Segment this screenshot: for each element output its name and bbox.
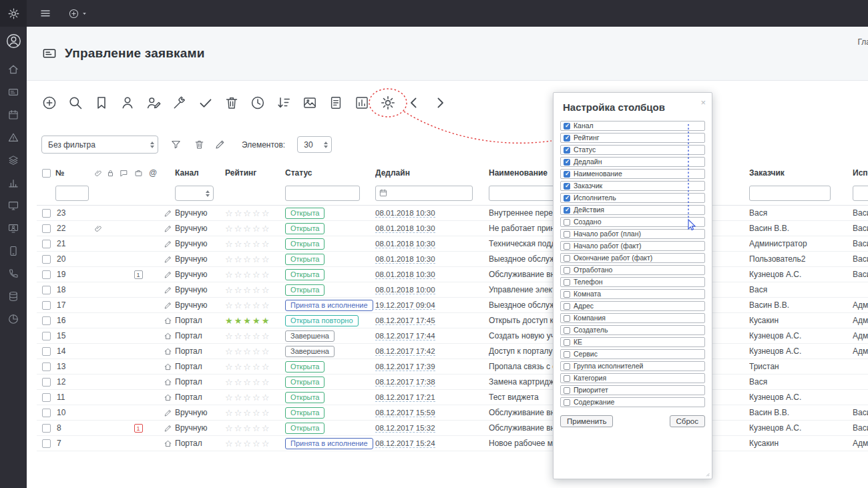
column-toggle-item[interactable]: Адрес (560, 301, 705, 311)
column-toggle-item[interactable]: Приоритет (560, 385, 705, 395)
column-checkbox[interactable] (564, 279, 570, 286)
row-checkbox[interactable] (42, 224, 51, 233)
apply-button[interactable]: Применить (560, 415, 613, 427)
request-row[interactable]: 17Вручную☆☆☆☆☆Принята в исполнение19.12.… (37, 298, 868, 313)
sidebar-reports-button[interactable] (7, 177, 19, 189)
sidebar-avatar[interactable] (5, 33, 22, 49)
rating-stars[interactable]: ☆☆☆☆☆ (225, 346, 285, 356)
toolbar-add-button[interactable] (41, 95, 57, 111)
hamburger-menu-button[interactable] (39, 7, 51, 19)
toolbar-tools-button[interactable] (172, 95, 188, 111)
column-checkbox[interactable] (564, 231, 570, 238)
deadline-link[interactable]: 19.12.2017 09:04 (375, 301, 435, 310)
toolbar-search-button[interactable] (67, 95, 83, 111)
column-toggle-item[interactable]: Рейтинг (560, 133, 705, 143)
row-checkbox[interactable] (42, 240, 51, 248)
rating-stars[interactable]: ☆☆☆☆☆ (225, 239, 285, 249)
row-checkbox[interactable] (42, 393, 51, 402)
status-badge[interactable]: Открыта (285, 238, 324, 250)
column-checkbox[interactable] (564, 363, 570, 370)
row-checkbox[interactable] (42, 209, 51, 218)
edit-filter-icon[interactable] (214, 139, 226, 150)
column-toggle-item[interactable]: Заказчик (560, 181, 705, 191)
request-row[interactable]: 23Вручную☆☆☆☆☆Открыта08.01.2018 10:30Вну… (37, 206, 868, 221)
status-badge[interactable]: Открыта (285, 423, 324, 434)
rating-stars[interactable]: ☆☆☆☆☆ (225, 300, 285, 310)
deadline-link[interactable]: 08.01.2018 10:30 (375, 255, 435, 264)
deadline-link[interactable]: 08.01.2018 10:30 (375, 209, 435, 218)
column-toggle-item[interactable]: Сервис (560, 349, 705, 359)
row-checkbox[interactable] (42, 409, 51, 417)
column-header-number[interactable]: № (55, 168, 92, 178)
sidebar-desktop-button[interactable] (7, 200, 19, 212)
column-checkbox[interactable] (564, 243, 570, 250)
column-checkbox[interactable] (564, 315, 570, 322)
row-checkbox[interactable] (42, 439, 51, 448)
column-toggle-item[interactable]: Содержание (560, 397, 705, 407)
rating-stars[interactable]: ☆☆☆☆☆ (225, 208, 285, 218)
status-badge[interactable]: Открыта (285, 269, 324, 280)
column-checkbox[interactable] (564, 255, 570, 262)
rating-stars[interactable]: ☆☆☆☆☆ (225, 408, 285, 418)
column-toggle-item[interactable]: Отработано (560, 265, 705, 275)
status-badge[interactable]: Завершена (285, 346, 335, 357)
deadline-link[interactable]: 08.12.2017 17:21 (375, 393, 435, 402)
column-checkbox[interactable] (564, 171, 570, 178)
deadline-link[interactable]: 08.12.2017 17:44 (375, 332, 435, 340)
status-badge[interactable]: Завершена (285, 330, 335, 342)
column-toggle-item[interactable]: Статус (560, 145, 705, 155)
status-badge[interactable]: Открыта повторно (285, 315, 359, 326)
column-toggle-item[interactable]: Канал (560, 121, 705, 131)
sidebar-database-button[interactable] (7, 290, 19, 302)
sidebar-dashboard-button[interactable] (7, 313, 19, 325)
column-toggle-item[interactable]: Начало работ (план) (560, 229, 705, 239)
select-all-checkbox[interactable] (42, 169, 51, 178)
toolbar-user-button[interactable] (120, 95, 136, 111)
column-header-channel[interactable]: Канал (175, 168, 225, 178)
column-toggle-item[interactable]: Окончание работ (факт) (560, 253, 705, 263)
row-checkbox[interactable] (42, 270, 51, 279)
toolbar-report-button[interactable] (354, 95, 370, 111)
request-row[interactable]: 20Вручную☆☆☆☆☆Открыта08.01.2018 10:30Вые… (37, 252, 868, 267)
deadline-link[interactable]: 08.12.2017 17:45 (375, 316, 435, 325)
rating-stars[interactable]: ☆☆☆☆☆ (225, 377, 285, 387)
row-checkbox[interactable] (42, 424, 51, 433)
column-checkbox[interactable] (564, 291, 570, 298)
column-toggle-item[interactable]: Категория (560, 373, 705, 383)
column-toggle-item[interactable]: Компания (560, 313, 705, 323)
column-checkbox[interactable] (564, 339, 570, 346)
column-toggle-item[interactable]: Действия (560, 205, 705, 215)
deadline-link[interactable]: 08.01.2018 10:30 (375, 270, 435, 279)
executor-filter-input[interactable] (853, 186, 868, 201)
comment-icon[interactable] (120, 169, 128, 178)
column-checkbox[interactable] (564, 123, 570, 130)
paperclip-icon[interactable] (94, 169, 103, 178)
deadline-link[interactable]: 08.12.2017 17:38 (375, 378, 435, 387)
sidebar-remote-button[interactable] (7, 222, 19, 234)
row-checkbox[interactable] (42, 255, 51, 264)
items-per-page-select[interactable]: 30 (297, 136, 332, 153)
row-checkbox[interactable] (42, 378, 51, 387)
breadcrumb[interactable]: Гла (858, 37, 868, 47)
deadline-link[interactable]: 08.12.2017 17:39 (375, 362, 435, 371)
toolbar-prev-button[interactable] (406, 95, 422, 111)
toolbar-delete-button[interactable] (224, 95, 240, 111)
column-checkbox[interactable] (564, 267, 570, 274)
funnel-icon[interactable] (170, 139, 182, 150)
quick-add-button[interactable] (68, 8, 88, 19)
app-menu-button[interactable] (0, 0, 27, 27)
column-checkbox[interactable] (564, 375, 570, 382)
rating-stars[interactable]: ★★★★★ (225, 316, 285, 326)
status-badge[interactable]: Открыта (285, 407, 324, 419)
column-checkbox[interactable] (564, 303, 570, 310)
request-row[interactable]: 22Вручную☆☆☆☆☆Открыта08.01.2018 10:30Не … (37, 221, 868, 236)
sidebar-services-button[interactable] (7, 154, 19, 166)
column-header-customer[interactable]: Заказчик (749, 168, 853, 178)
channel-filter-select[interactable] (175, 186, 214, 201)
request-row[interactable]: 10Вручную☆☆☆☆☆Открыта08.12.2017 15:59Обс… (37, 405, 868, 421)
toolbar-confirm-button[interactable] (198, 95, 214, 111)
rating-stars[interactable]: ☆☆☆☆☆ (225, 393, 285, 403)
deadline-filter-input[interactable] (375, 186, 473, 201)
request-row[interactable]: 13Портал☆☆☆☆☆Открыта08.12.2017 17:39Проп… (37, 359, 868, 375)
column-checkbox[interactable] (564, 147, 570, 154)
